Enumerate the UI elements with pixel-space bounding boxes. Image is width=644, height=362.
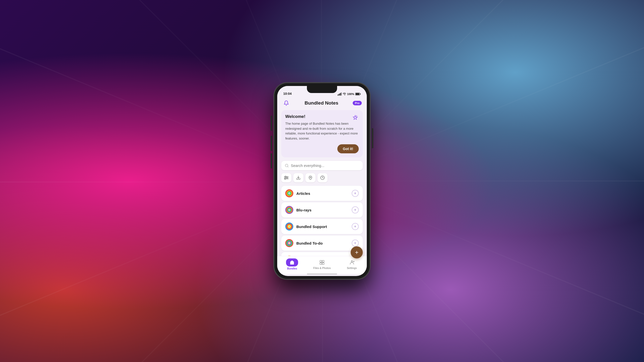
svg-point-26 bbox=[289, 209, 290, 210]
bundle-name: Bundled Support bbox=[296, 224, 349, 229]
svg-point-13 bbox=[285, 176, 286, 177]
svg-rect-6 bbox=[356, 93, 359, 95]
fab-add-button[interactable]: + bbox=[351, 246, 363, 258]
svg-rect-45 bbox=[320, 262, 322, 264]
status-time: 10:04 bbox=[283, 92, 292, 96]
bundle-item[interactable]: Articles + bbox=[281, 186, 363, 201]
svg-rect-1 bbox=[339, 94, 339, 96]
app-header: Bundled Notes Pro bbox=[277, 97, 367, 110]
svg-point-30 bbox=[289, 226, 290, 227]
got-it-button[interactable]: Got it! bbox=[337, 144, 359, 153]
welcome-title: Welcome! bbox=[285, 114, 359, 119]
bundle-list: Articles + Blu-rays + bbox=[281, 186, 363, 256]
welcome-card: Welcome! The home page of Bundled Notes … bbox=[281, 110, 363, 157]
pin-button[interactable] bbox=[305, 173, 315, 182]
bundle-icon bbox=[285, 189, 293, 197]
battery-icon bbox=[355, 93, 361, 96]
signal-icon bbox=[338, 93, 342, 96]
bundle-item[interactable]: Bundled Support + bbox=[281, 219, 363, 234]
bundle-add-button[interactable]: + bbox=[352, 206, 359, 213]
bundle-item[interactable]: Blu-rays + bbox=[281, 202, 363, 217]
svg-rect-3 bbox=[341, 93, 341, 96]
bundle-item[interactable]: Bundled To-do + bbox=[281, 236, 363, 251]
phone-notch bbox=[307, 86, 337, 93]
svg-point-34 bbox=[289, 243, 290, 244]
svg-point-17 bbox=[310, 177, 311, 178]
phone-device: 10:04 100% bbox=[274, 83, 370, 279]
pro-badge: Pro bbox=[353, 101, 362, 105]
nav-item-settings[interactable]: Settings bbox=[337, 259, 367, 272]
bell-icon[interactable] bbox=[282, 99, 290, 107]
nav-bundles-label: Bundles bbox=[287, 267, 297, 270]
sparkle-icon bbox=[352, 114, 359, 121]
filter-sliders-button[interactable] bbox=[281, 173, 291, 182]
home-icon bbox=[290, 260, 295, 265]
bundle-add-button[interactable]: + bbox=[352, 223, 359, 230]
nav-settings-label: Settings bbox=[347, 267, 357, 269]
bundle-icon bbox=[285, 222, 293, 231]
fab-icon: + bbox=[355, 249, 358, 256]
bundle-name: Blu-rays bbox=[296, 208, 349, 212]
search-icon bbox=[285, 164, 289, 168]
settings-icon bbox=[348, 259, 355, 266]
bundle-add-button[interactable]: + bbox=[352, 190, 359, 197]
svg-point-22 bbox=[289, 193, 290, 194]
search-input[interactable] bbox=[291, 163, 359, 168]
nav-files-label: Files & Photos bbox=[313, 267, 331, 269]
welcome-body: The home page of Bundled Notes has been … bbox=[285, 121, 359, 141]
nav-item-bundles[interactable]: Bundles bbox=[277, 258, 307, 272]
svg-point-49 bbox=[353, 261, 354, 262]
status-icons: 100% bbox=[338, 93, 361, 96]
bottom-navigation: Bundles Files & Photos bbox=[277, 256, 367, 274]
phone-body: 10:04 100% bbox=[274, 83, 370, 279]
bundle-icon bbox=[285, 239, 293, 247]
svg-point-14 bbox=[287, 177, 288, 178]
wifi-icon bbox=[343, 93, 346, 96]
bundle-name: Bundled To-do bbox=[296, 241, 349, 245]
files-icon bbox=[318, 259, 326, 266]
svg-point-47 bbox=[351, 261, 353, 262]
svg-point-8 bbox=[357, 117, 357, 118]
nav-bundles-icon-bg bbox=[286, 258, 298, 266]
bundle-add-button[interactable]: + bbox=[352, 240, 359, 247]
clock-button[interactable] bbox=[317, 173, 328, 182]
main-content[interactable]: Welcome! The home page of Bundled Notes … bbox=[277, 110, 367, 256]
bundle-icon bbox=[285, 206, 293, 214]
search-bar[interactable] bbox=[281, 161, 363, 170]
bundle-name: Articles bbox=[296, 191, 349, 196]
app-title: Bundled Notes bbox=[305, 100, 338, 106]
svg-point-15 bbox=[285, 178, 286, 179]
inbox-button[interactable] bbox=[293, 173, 303, 182]
home-indicator-bar bbox=[307, 274, 337, 275]
home-indicator bbox=[277, 274, 367, 276]
battery-percent: 100% bbox=[347, 93, 354, 96]
svg-rect-43 bbox=[320, 260, 322, 262]
phone-screen: 10:04 100% bbox=[277, 86, 367, 276]
svg-point-7 bbox=[356, 115, 357, 116]
svg-rect-2 bbox=[340, 93, 341, 96]
svg-rect-46 bbox=[322, 262, 324, 264]
nav-item-files-photos[interactable]: Files & Photos bbox=[307, 259, 337, 272]
svg-rect-5 bbox=[360, 94, 361, 95]
svg-rect-44 bbox=[322, 260, 324, 262]
filter-toolbar bbox=[281, 173, 363, 182]
svg-rect-0 bbox=[338, 95, 338, 96]
